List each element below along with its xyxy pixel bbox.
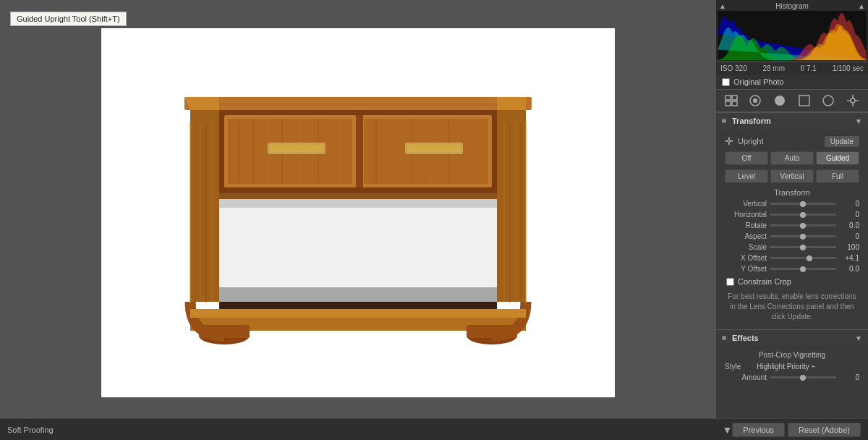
scale-slider-row: Scale 100 xyxy=(720,242,864,253)
yoffset-value: 0.0 xyxy=(839,265,859,273)
full-button[interactable]: Full xyxy=(816,169,859,183)
aspect-slider-row: Aspect 0 xyxy=(720,231,864,242)
section-dot xyxy=(722,119,726,123)
rotate-thumb[interactable] xyxy=(800,223,806,229)
tool-icons-row xyxy=(716,89,868,112)
update-button[interactable]: Update xyxy=(825,136,859,147)
circle-dot-icon[interactable] xyxy=(746,93,764,108)
histogram-title: Histogram xyxy=(775,2,809,10)
aperture-value: f/ 7.1 xyxy=(801,64,817,72)
svg-point-61 xyxy=(753,98,757,103)
bottom-buttons: Previous Reset (Adobe) xyxy=(732,423,861,437)
histogram-right-arrow[interactable]: ▲ xyxy=(858,2,865,10)
constrain-crop-label: Constrain Crop xyxy=(738,277,791,286)
guided-button[interactable]: Guided xyxy=(816,151,859,165)
effects-content: Post-Crop Vignetting Style Highlight Pri… xyxy=(716,346,868,386)
histogram-section: ▲ Histogram ▲ xyxy=(716,0,868,62)
soft-proofing-label: Soft Proofing xyxy=(7,426,722,434)
svg-rect-28 xyxy=(219,193,497,302)
horizontal-value: 0 xyxy=(839,211,859,219)
camera-info: ISO 320 28 mm f/ 7.1 1/100 sec xyxy=(716,62,868,75)
scale-value: 100 xyxy=(839,243,859,251)
histogram-canvas xyxy=(718,11,867,60)
svg-marker-51 xyxy=(184,97,219,110)
svg-rect-58 xyxy=(726,101,731,106)
reset-button[interactable]: Reset (Adobe) xyxy=(788,423,861,437)
tooltip-label: Guided Upright Tool (Shift+T) xyxy=(10,12,127,26)
svg-point-64 xyxy=(823,96,833,106)
furniture-image xyxy=(112,35,604,390)
auto-button[interactable]: Auto xyxy=(770,151,814,165)
svg-point-62 xyxy=(775,96,785,106)
right-panel: ▲ Histogram ▲ ISO 320 28 mm f/ 7.1 1/100… xyxy=(716,0,868,418)
mode-button-row-1: Off Auto Guided xyxy=(720,149,864,167)
scale-track[interactable] xyxy=(770,246,836,248)
vertical-value: 0 xyxy=(839,200,859,208)
previous-button[interactable]: Previous xyxy=(732,423,785,437)
settings-icon[interactable] xyxy=(844,93,861,108)
yoffset-track[interactable] xyxy=(770,268,836,270)
yoffset-thumb[interactable] xyxy=(800,266,806,272)
shutter-value: 1/100 sec xyxy=(833,64,864,72)
lens-corrections-info: For best results, enable lens correction… xyxy=(720,289,864,325)
bottom-bar: Soft Proofing ▼ Previous Reset (Adobe) xyxy=(0,418,868,440)
svg-rect-2 xyxy=(190,110,219,302)
filled-circle-icon[interactable] xyxy=(771,93,788,108)
amount-track[interactable] xyxy=(770,376,836,378)
scale-thumb[interactable] xyxy=(800,245,806,250)
amount-label: Amount xyxy=(725,373,767,381)
photo-container xyxy=(101,28,615,397)
vertical-thumb[interactable] xyxy=(800,201,806,207)
image-viewer: Guided Upright Tool (Shift+T) xyxy=(0,0,716,418)
original-photo-checkbox[interactable] xyxy=(722,78,730,86)
svg-rect-27 xyxy=(356,115,363,187)
rotate-track[interactable] xyxy=(770,224,836,227)
aspect-thumb[interactable] xyxy=(800,234,806,240)
amount-value: 0 xyxy=(839,373,859,381)
histogram-arrows: ▲ Histogram ▲ xyxy=(718,1,867,11)
xoffset-track[interactable] xyxy=(770,257,836,259)
horizontal-thumb[interactable] xyxy=(800,212,806,218)
horizontal-track[interactable] xyxy=(770,213,836,216)
style-row: Style Highlight Priority ÷ xyxy=(720,361,864,372)
grid-tool-icon[interactable] xyxy=(723,93,740,108)
horizontal-label: Horizontal xyxy=(725,211,767,219)
upright-crosshair-icon[interactable]: ✛ xyxy=(725,135,733,147)
constrain-row: Constrain Crop xyxy=(720,274,864,289)
vignette-title: Post-Crop Vignetting xyxy=(720,349,864,361)
svg-rect-55 xyxy=(219,287,497,302)
xoffset-label: X Offset xyxy=(725,254,767,262)
svg-point-65 xyxy=(851,98,855,103)
svg-rect-56 xyxy=(726,96,731,100)
rotate-value: 0.0 xyxy=(839,221,859,229)
scale-label: Scale xyxy=(725,243,767,251)
effects-section-dot xyxy=(722,336,726,340)
horizontal-slider-row: Horizontal 0 xyxy=(720,209,864,220)
aspect-track[interactable] xyxy=(770,235,836,237)
off-button[interactable]: Off xyxy=(725,151,768,165)
histogram-left-arrow[interactable]: ▲ xyxy=(719,2,726,10)
amount-thumb[interactable] xyxy=(800,375,806,381)
constrain-crop-checkbox[interactable] xyxy=(726,278,734,286)
original-photo-row: Original Photo xyxy=(716,75,868,89)
transform-section-header[interactable]: Transform ▼ xyxy=(716,112,868,129)
style-value[interactable]: Highlight Priority ÷ xyxy=(757,363,859,371)
circle-outline-icon[interactable] xyxy=(820,93,837,108)
square-icon[interactable] xyxy=(796,93,813,108)
xoffset-thumb[interactable] xyxy=(807,255,812,261)
effects-section-header[interactable]: Effects ▼ xyxy=(716,329,868,346)
rotate-label: Rotate xyxy=(725,221,767,229)
bottom-expand-icon[interactable]: ▼ xyxy=(722,424,732,436)
svg-rect-16 xyxy=(270,145,323,152)
level-button[interactable]: Level xyxy=(725,169,768,183)
svg-rect-54 xyxy=(219,193,497,208)
transform-toggle-icon: ▼ xyxy=(855,117,862,125)
yoffset-slider-row: Y Offset 0.0 xyxy=(720,263,864,274)
upright-row: ✛ Upright Update xyxy=(720,133,864,149)
original-photo-label: Original Photo xyxy=(733,77,784,86)
svg-rect-3 xyxy=(497,110,526,302)
histogram-chart xyxy=(718,11,867,60)
svg-rect-57 xyxy=(732,96,737,100)
vertical-track[interactable] xyxy=(770,203,836,205)
vertical-button[interactable]: Vertical xyxy=(770,169,814,183)
